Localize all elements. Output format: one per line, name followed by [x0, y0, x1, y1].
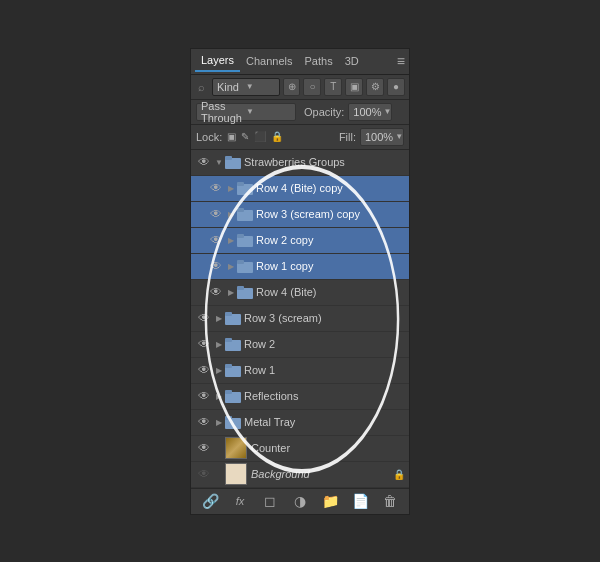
visibility-toggle[interactable]: 👁: [207, 179, 225, 197]
expand-icon[interactable]: ▶: [225, 182, 237, 194]
layer-name: Reflections: [244, 390, 405, 402]
blend-mode-bar: Pass Through ▼ Opacity: 100% ▼: [191, 100, 409, 125]
layer-row[interactable]: 👁 ▶ Row 4 (Bite) copy: [191, 176, 409, 202]
visibility-toggle[interactable]: 👁: [195, 361, 213, 379]
filter-type-icon[interactable]: T: [324, 78, 342, 96]
layer-row[interactable]: 👁 ▶ Row 2: [191, 332, 409, 358]
filter-pixel-icon[interactable]: ⊕: [283, 78, 301, 96]
expand-icon[interactable]: ▶: [225, 208, 237, 220]
folder-icon: [237, 259, 253, 273]
expand-icon[interactable]: ▶: [213, 312, 225, 324]
layer-name: Row 1: [244, 364, 405, 376]
folder-icon: [225, 363, 241, 377]
svg-rect-15: [225, 338, 232, 342]
lock-all-icon[interactable]: 🔒: [270, 130, 284, 143]
link-layers-button[interactable]: 🔗: [200, 491, 220, 511]
expand-icon[interactable]: ▶: [213, 416, 225, 428]
delete-layer-button[interactable]: 🗑: [380, 491, 400, 511]
layer-name: Row 4 (Bite): [256, 286, 405, 298]
tab-paths[interactable]: Paths: [299, 51, 339, 71]
visibility-toggle[interactable]: 👁: [207, 283, 225, 301]
expand-icon[interactable]: ▼: [213, 156, 225, 168]
svg-rect-1: [225, 156, 232, 160]
blend-mode-value: Pass Through: [201, 100, 246, 124]
folder-icon: [237, 233, 253, 247]
lock-pixels-icon[interactable]: ▣: [226, 130, 237, 143]
layer-row[interactable]: 👁 ▶ Row 1 copy: [191, 254, 409, 280]
opacity-arrow-icon: ▼: [384, 107, 392, 116]
filter-smartobj-icon[interactable]: ⚙: [366, 78, 384, 96]
blend-mode-select[interactable]: Pass Through ▼: [196, 103, 296, 121]
expand-icon[interactable]: ▶: [225, 286, 237, 298]
visibility-toggle[interactable]: 👁: [207, 205, 225, 223]
lock-badge-icon: 🔒: [393, 469, 405, 480]
opacity-input[interactable]: 100% ▼: [348, 103, 392, 121]
layer-row[interactable]: 👁 Counter: [191, 436, 409, 462]
fill-arrow-icon: ▼: [395, 132, 403, 141]
lock-artboard-icon[interactable]: ⬛: [253, 130, 267, 143]
search-icon: ⌕: [195, 80, 209, 94]
fill-value-text: 100%: [365, 131, 393, 143]
tab-layers[interactable]: Layers: [195, 50, 240, 72]
layer-row[interactable]: 👁 ▶ Row 1: [191, 358, 409, 384]
visibility-toggle[interactable]: 👁: [195, 153, 213, 171]
new-group-button[interactable]: 📁: [320, 491, 340, 511]
layer-name: Row 2 copy: [256, 234, 405, 246]
filter-toggle-icon[interactable]: ●: [387, 78, 405, 96]
opacity-value-text: 100%: [353, 106, 381, 118]
layer-name: Row 1 copy: [256, 260, 405, 272]
visibility-toggle[interactable]: 👁: [195, 335, 213, 353]
layer-name: Strawberries Groups: [244, 156, 405, 168]
visibility-toggle[interactable]: 👁: [195, 465, 213, 483]
blend-arrow-icon: ▼: [246, 107, 291, 116]
filter-adjustment-icon[interactable]: ○: [303, 78, 321, 96]
filter-shape-icon[interactable]: ▣: [345, 78, 363, 96]
svg-rect-5: [237, 208, 244, 212]
expand-icon[interactable]: ▶: [213, 390, 225, 402]
visibility-toggle[interactable]: 👁: [195, 413, 213, 431]
opacity-label: Opacity:: [304, 106, 344, 118]
layer-name: Row 3 (scream): [244, 312, 405, 324]
svg-rect-17: [225, 364, 232, 368]
svg-rect-7: [237, 234, 244, 238]
visibility-toggle[interactable]: 👁: [195, 387, 213, 405]
expand-icon[interactable]: ▶: [225, 260, 237, 272]
folder-icon: [237, 285, 253, 299]
new-layer-button[interactable]: 📄: [350, 491, 370, 511]
expand-icon[interactable]: ▶: [213, 364, 225, 376]
folder-icon: [225, 311, 241, 325]
visibility-toggle[interactable]: 👁: [207, 257, 225, 275]
layer-row[interactable]: 👁 ▼ Strawberries Groups: [191, 150, 409, 176]
kind-select[interactable]: Kind ▼: [212, 78, 280, 96]
layer-row[interactable]: 👁 ▶ Row 3 (scream) copy: [191, 202, 409, 228]
new-adjustment-layer-button[interactable]: ◑: [290, 491, 310, 511]
tab-channels[interactable]: Channels: [240, 51, 298, 71]
tab-3d[interactable]: 3D: [339, 51, 365, 71]
add-mask-button[interactable]: ◻: [260, 491, 280, 511]
fill-input[interactable]: 100% ▼: [360, 128, 404, 146]
expand-icon[interactable]: ▶: [213, 338, 225, 350]
layer-row[interactable]: 👁 ▶ Reflections: [191, 384, 409, 410]
layer-row[interactable]: 👁 ▶ Row 4 (Bite): [191, 280, 409, 306]
layer-row[interactable]: 👁 ▶ Row 2 copy: [191, 228, 409, 254]
lock-position-icon[interactable]: ✎: [240, 130, 250, 143]
visibility-toggle[interactable]: 👁: [207, 231, 225, 249]
layer-name: Metal Tray: [244, 416, 405, 428]
svg-rect-19: [225, 390, 232, 394]
visibility-toggle[interactable]: 👁: [195, 439, 213, 457]
panel-menu-icon[interactable]: ≡: [397, 53, 405, 69]
filter-bar: ⌕ Kind ▼ ⊕ ○ T ▣ ⚙ ●: [191, 75, 409, 100]
folder-icon: [237, 207, 253, 221]
add-layer-style-button[interactable]: fx: [230, 491, 250, 511]
layer-row[interactable]: 👁 ▶ Row 3 (scream): [191, 306, 409, 332]
kind-arrow-icon: ▼: [246, 82, 275, 91]
svg-rect-11: [237, 286, 244, 290]
folder-icon: [225, 415, 241, 429]
svg-rect-21: [225, 416, 232, 420]
expand-icon[interactable]: ▶: [225, 234, 237, 246]
visibility-toggle[interactable]: 👁: [195, 309, 213, 327]
layer-name: Row 4 (Bite) copy: [256, 182, 405, 194]
layer-row[interactable]: 👁 ▶ Metal Tray: [191, 410, 409, 436]
layer-row[interactable]: 👁 Background 🔒: [191, 462, 409, 488]
layer-name: Background: [251, 468, 391, 480]
